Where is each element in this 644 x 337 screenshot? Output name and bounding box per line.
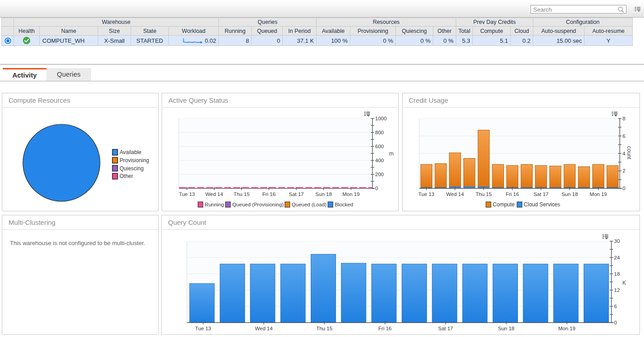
svg-text:Mon 19: Mon 19 xyxy=(342,191,359,197)
svg-text:Sat 17: Sat 17 xyxy=(289,191,304,197)
svg-text:Available: Available xyxy=(120,149,142,155)
svg-text:Mon 19: Mon 19 xyxy=(558,326,575,331)
svg-text:Other: Other xyxy=(120,173,133,179)
svg-text:6: 6 xyxy=(614,303,617,309)
svg-text:0: 0 xyxy=(622,186,625,191)
svg-text:Tue 13: Tue 13 xyxy=(418,191,434,197)
svg-text:8: 8 xyxy=(622,116,625,121)
svg-text:Thu 15: Thu 15 xyxy=(316,326,332,331)
svg-text:count: count xyxy=(626,146,632,159)
svg-text:4: 4 xyxy=(622,151,626,156)
svg-text:0: 0 xyxy=(614,320,617,325)
svg-text:Sun 18: Sun 18 xyxy=(498,326,514,331)
svg-text:Sat 17: Sat 17 xyxy=(438,326,453,331)
svg-text:m: m xyxy=(389,150,394,157)
svg-text:Fri 16: Fri 16 xyxy=(505,191,518,197)
svg-text:Wed 14: Wed 14 xyxy=(446,191,464,197)
svg-text:Mon 19: Mon 19 xyxy=(590,191,607,197)
svg-text:Queued (Load): Queued (Load) xyxy=(292,202,327,207)
svg-text:400: 400 xyxy=(375,158,384,163)
svg-text:6: 6 xyxy=(622,133,625,139)
svg-text:Thu 15: Thu 15 xyxy=(234,191,250,197)
svg-text:Sun 18: Sun 18 xyxy=(315,191,331,197)
svg-text:1000: 1000 xyxy=(375,116,387,121)
svg-text:Quiescing: Quiescing xyxy=(120,165,144,172)
svg-text:2: 2 xyxy=(622,168,625,173)
svg-text:Thu 15: Thu 15 xyxy=(476,191,492,197)
svg-text:30: 30 xyxy=(614,238,620,244)
svg-text:Compute: Compute xyxy=(493,201,515,208)
svg-text:24: 24 xyxy=(614,255,620,260)
svg-text:18: 18 xyxy=(614,271,620,276)
svg-text:Queued (Provisioning): Queued (Provisioning) xyxy=(232,202,284,207)
svg-text:Tue 13: Tue 13 xyxy=(179,191,195,197)
svg-text:Blocked: Blocked xyxy=(335,202,353,207)
svg-text:K: K xyxy=(622,279,626,286)
svg-text:Cloud Services: Cloud Services xyxy=(524,201,560,208)
svg-text:0: 0 xyxy=(375,186,378,191)
svg-text:600: 600 xyxy=(375,144,384,149)
svg-text:Wed 14: Wed 14 xyxy=(205,191,223,197)
svg-text:Provisioning: Provisioning xyxy=(120,157,149,164)
svg-text:12: 12 xyxy=(614,287,620,292)
svg-text:Sat 17: Sat 17 xyxy=(533,191,548,197)
svg-text:800: 800 xyxy=(375,130,384,135)
svg-text:Wed 14: Wed 14 xyxy=(255,326,273,331)
svg-text:200: 200 xyxy=(375,172,384,177)
svg-text:Sun 18: Sun 18 xyxy=(561,191,577,197)
svg-text:Fri 16: Fri 16 xyxy=(262,191,275,197)
svg-text:Fri 16: Fri 16 xyxy=(378,326,391,331)
svg-text:Running: Running xyxy=(205,202,224,207)
svg-text:Tue 13: Tue 13 xyxy=(195,326,211,331)
